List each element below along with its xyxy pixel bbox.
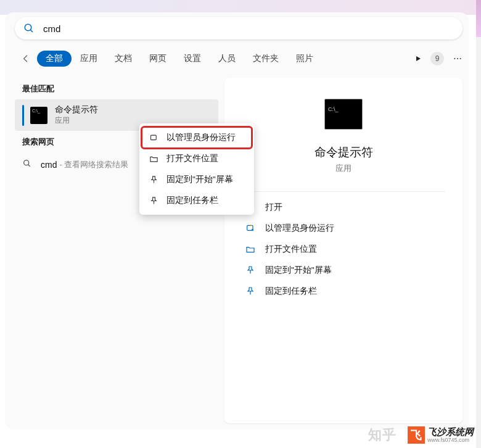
pin-start-icon — [244, 264, 257, 276]
detail-panel: C:\_ 命令提示符 应用 打开 以管理员身份运行 打开文件位置 固定到"开始"… — [224, 78, 462, 423]
web-suffix: - 查看网络搜索结果 — [59, 159, 128, 170]
search-icon — [23, 23, 35, 34]
svg-rect-12 — [150, 135, 156, 140]
action-pin-start[interactable]: 固定到"开始"屏幕 — [242, 260, 445, 281]
watermarks: 知乎 飞 飞沙系统网 www.fs0745.com — [368, 426, 474, 444]
context-menu: 以管理员身份运行 打开文件位置 固定到"开始"屏幕 固定到任务栏 — [139, 123, 254, 215]
tab-all[interactable]: 全部 — [37, 51, 72, 67]
action-run-admin[interactable]: 以管理员身份运行 — [242, 218, 445, 239]
svg-line-7 — [28, 165, 30, 167]
tab-folders[interactable]: 文件夹 — [244, 51, 287, 67]
fs-logo: 飞 飞沙系统网 www.fs0745.com — [408, 426, 474, 444]
tab-photos[interactable]: 照片 — [287, 51, 322, 67]
ctx-label: 固定到任务栏 — [166, 195, 218, 206]
ctx-open-location[interactable]: 打开文件位置 — [139, 148, 254, 169]
action-label: 打开 — [265, 202, 282, 213]
action-list: 打开 以管理员身份运行 打开文件位置 固定到"开始"屏幕 固定到任务栏 — [242, 191, 445, 302]
search-query: cmd — [43, 23, 60, 34]
ctx-pin-start[interactable]: 固定到"开始"屏幕 — [139, 169, 254, 190]
action-label: 打开文件位置 — [265, 244, 317, 255]
cmd-icon: C:\_ — [30, 107, 47, 124]
action-label: 固定到"开始"屏幕 — [265, 265, 332, 276]
tab-settings[interactable]: 设置 — [175, 51, 210, 67]
svg-point-3 — [454, 58, 455, 59]
svg-point-0 — [25, 24, 31, 31]
search-bar[interactable]: cmd — [15, 17, 462, 39]
fs-url: www.fs0745.com — [427, 438, 474, 443]
folder-icon — [148, 153, 159, 164]
svg-line-1 — [30, 30, 33, 32]
ctx-label: 打开文件位置 — [166, 153, 218, 164]
detail-title: 命令提示符 — [314, 144, 373, 160]
tab-documents[interactable]: 文档 — [106, 51, 141, 67]
tab-web[interactable]: 网页 — [141, 51, 175, 67]
folder-icon — [244, 243, 257, 255]
more-button[interactable] — [453, 54, 462, 64]
tab-row: 全部 应用 文档 网页 设置 人员 文件夹 照片 — [21, 49, 462, 68]
pin-taskbar-icon — [148, 195, 159, 206]
admin-icon — [148, 132, 159, 143]
action-open-location[interactable]: 打开文件位置 — [242, 239, 445, 260]
web-query: cmd — [41, 160, 57, 170]
toolbar-right: 9 — [414, 49, 462, 68]
svg-point-5 — [460, 58, 461, 59]
ctx-pin-taskbar[interactable]: 固定到任务栏 — [139, 190, 254, 211]
action-label: 固定到任务栏 — [265, 286, 317, 297]
tab-people[interactable]: 人员 — [210, 51, 244, 67]
fs-logo-icon: 飞 — [408, 426, 425, 444]
admin-icon — [244, 222, 257, 234]
pin-taskbar-icon — [244, 285, 257, 297]
group-best-match: 最佳匹配 — [15, 78, 218, 99]
ctx-run-admin[interactable]: 以管理员身份运行 — [142, 127, 252, 148]
back-button[interactable] — [21, 54, 31, 64]
svg-point-6 — [24, 160, 29, 165]
ctx-label: 以管理员身份运行 — [166, 132, 236, 143]
svg-point-4 — [457, 58, 458, 59]
cmd-large-icon: C:\_ — [324, 99, 363, 130]
fs-name: 飞沙系统网 — [427, 427, 474, 436]
ctx-label: 固定到"开始"屏幕 — [166, 174, 233, 185]
selection-indicator — [22, 105, 24, 126]
result-subtitle: 应用 — [55, 115, 98, 126]
play-button[interactable] — [414, 55, 422, 62]
zhihu-watermark: 知乎 — [368, 426, 397, 444]
notification-badge[interactable]: 9 — [430, 52, 444, 65]
search-icon — [22, 159, 32, 171]
action-open[interactable]: 打开 — [242, 197, 445, 218]
result-title: 命令提示符 — [55, 104, 98, 115]
svg-marker-2 — [416, 56, 421, 61]
action-label: 以管理员身份运行 — [265, 223, 334, 234]
pin-start-icon — [148, 174, 159, 185]
detail-subtitle: 应用 — [335, 163, 352, 174]
tab-apps[interactable]: 应用 — [72, 51, 106, 67]
action-pin-taskbar[interactable]: 固定到任务栏 — [242, 281, 445, 302]
